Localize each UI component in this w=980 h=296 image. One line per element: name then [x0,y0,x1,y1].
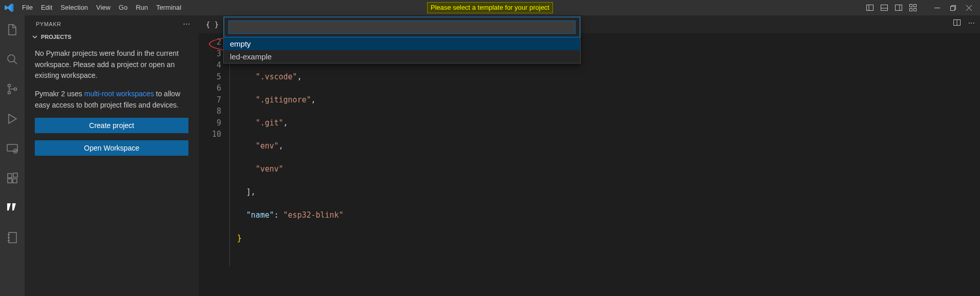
side-section-header[interactable]: PROJECTS [25,31,199,43]
title-bar: File Edit Selection View Go Run Terminal… [0,0,980,15]
menu-view[interactable]: View [92,0,115,15]
open-workspace-button[interactable]: Open Workspace [35,140,188,156]
menu-bar: File Edit Selection View Go Run Terminal [18,0,185,15]
layout-sidebar-right-icon[interactable] [894,4,903,12]
svg-rect-19 [13,179,17,183]
svg-point-11 [8,55,15,62]
svg-point-12 [8,84,11,87]
svg-rect-10 [951,6,955,10]
activity-source-control-icon[interactable] [0,79,25,99]
menu-edit[interactable]: Edit [37,0,56,15]
svg-rect-7 [914,5,917,7]
code-editor[interactable]: "py_ignore": [ ".vscode", ".gitignore", … [229,36,344,267]
create-project-button[interactable]: Create project [35,118,188,133]
side-section-title: PROJECTS [41,34,71,40]
svg-rect-15 [7,144,17,151]
window-close-icon[interactable] [963,3,975,13]
menu-file[interactable]: File [18,0,37,15]
window-minimize-icon[interactable] [931,3,943,13]
svg-rect-0 [867,5,874,11]
svg-rect-17 [8,174,12,178]
multi-root-workspaces-link[interactable]: multi-root workspaces [84,90,154,98]
layout-sidebar-left-icon[interactable] [866,4,874,12]
svg-point-13 [8,92,11,94]
activity-run-debug-icon[interactable] [0,109,25,129]
vscode-logo-icon [0,3,18,12]
chevron-down-icon [32,34,38,40]
layout-panel-icon[interactable] [880,4,888,12]
svg-rect-6 [910,5,912,7]
activity-bar [0,15,25,296]
svg-rect-4 [896,5,902,11]
side-panel-more-icon[interactable]: ··· [183,19,190,29]
command-center-banner: Please select a template for your projec… [427,2,553,13]
menu-terminal[interactable]: Terminal [152,0,185,15]
svg-rect-2 [881,5,888,11]
line-number-gutter: 2 3 4 5 6 7 8 9 10 [199,36,229,267]
svg-rect-9 [914,9,917,11]
side-panel-title: PYMAKR [36,21,61,27]
menu-selection[interactable]: Selection [56,0,92,15]
svg-rect-20 [13,173,17,177]
activity-pymakr-icon[interactable] [0,198,25,218]
menu-run[interactable]: Run [132,0,152,15]
activity-extensions-icon[interactable] [0,168,25,188]
side-paragraph-2: Pymakr 2 uses multi-root workspaces to a… [35,89,188,111]
quick-pick-input[interactable] [228,20,576,34]
activity-search-icon[interactable] [0,49,25,70]
svg-rect-18 [8,179,12,183]
svg-rect-21 [9,232,16,243]
layout-customize-icon[interactable] [909,4,917,12]
side-paragraph-1: No Pymakr projects were found in the cur… [35,48,188,81]
svg-point-14 [14,88,17,91]
window-restore-icon[interactable] [947,3,959,13]
quick-pick: empty led-example [223,16,581,64]
editor-more-icon[interactable]: ··· [968,18,975,28]
side-panel: PYMAKR ··· PROJECTS No Pymakr projects w… [25,15,199,296]
split-editor-icon[interactable] [953,18,961,28]
title-bar-right [866,3,980,13]
json-file-icon[interactable]: { } [199,20,224,29]
activity-explorer-icon[interactable] [0,19,25,40]
quick-pick-item-empty[interactable]: empty [224,37,580,50]
quick-pick-item-led-example[interactable]: led-example [224,50,580,63]
activity-notebook-icon[interactable] [0,227,25,248]
svg-rect-8 [910,9,912,11]
activity-remote-icon[interactable] [0,138,25,159]
menu-go[interactable]: Go [115,0,132,15]
